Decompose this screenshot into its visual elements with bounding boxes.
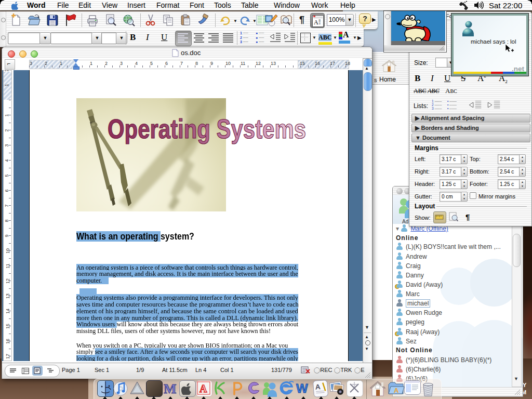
svg-text:W: W bbox=[296, 381, 308, 395]
svg-text:A: A bbox=[200, 383, 207, 394]
svg-text:A: A bbox=[315, 382, 321, 391]
svg-text:Operating Systems: Operating Systems bbox=[108, 114, 306, 144]
svg-text:M: M bbox=[164, 381, 177, 396]
svg-text:A: A bbox=[394, 387, 399, 394]
